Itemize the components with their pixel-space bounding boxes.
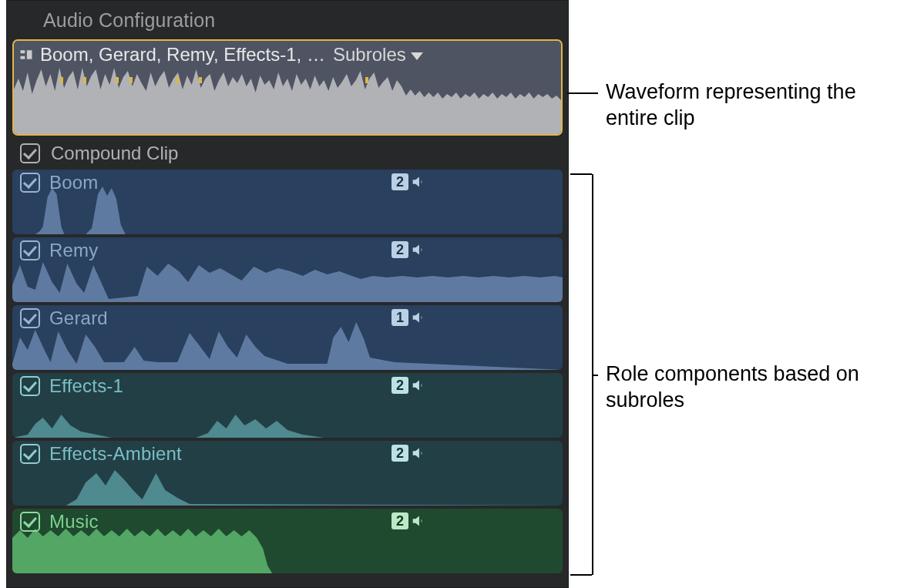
speaker-icon xyxy=(410,512,427,529)
role-component[interactable]: Effects-1 2 xyxy=(12,373,563,438)
audio-config-panel: Audio Configuration Boom, Gerard, Remy, … xyxy=(6,0,569,588)
component-checkbox[interactable] xyxy=(20,512,40,532)
component-name: Gerard xyxy=(49,307,108,329)
component-checkbox[interactable] xyxy=(20,308,40,328)
compound-clip-label: Compound Clip xyxy=(51,143,178,164)
role-component[interactable]: Effects-Ambient 2 xyxy=(12,441,563,506)
channel-indicator[interactable]: 2 xyxy=(392,445,427,462)
speaker-icon xyxy=(410,173,427,190)
panel-title: Audio Configuration xyxy=(6,0,569,39)
channel-count: 2 xyxy=(392,445,408,462)
channel-indicator[interactable]: 2 xyxy=(392,241,427,258)
channel-indicator[interactable]: 2 xyxy=(392,377,427,394)
component-name: Effects-Ambient xyxy=(49,443,182,465)
callout-connector xyxy=(567,92,598,94)
chevron-down-icon xyxy=(411,52,423,60)
speaker-icon xyxy=(410,445,427,462)
channel-indicator[interactable]: 1 xyxy=(392,309,427,326)
clip-row-selected[interactable]: Boom, Gerard, Remy, Effects-1, Effec… Su… xyxy=(12,39,563,136)
callout-top: Waveform representing the entire clip xyxy=(606,79,883,131)
clip-waveform xyxy=(14,63,561,134)
view-mode-dropdown[interactable]: Subroles xyxy=(333,44,423,66)
component-name: Music xyxy=(49,511,99,533)
channel-indicator[interactable]: 2 xyxy=(392,173,427,190)
component-checkbox[interactable] xyxy=(20,173,40,193)
role-component[interactable]: Remy 2 xyxy=(12,237,563,302)
role-component[interactable]: Music 2 xyxy=(12,509,563,573)
callout-bracket-top xyxy=(570,173,592,175)
callout-bottom: Role components based on subroles xyxy=(606,361,883,413)
speaker-icon xyxy=(410,377,427,394)
callout-bracket-tick xyxy=(592,375,598,376)
channel-indicator[interactable]: 2 xyxy=(392,512,427,529)
speaker-icon xyxy=(410,241,427,258)
callout-bracket-bottom xyxy=(570,574,592,576)
component-checkbox[interactable] xyxy=(20,240,40,260)
compound-clip-checkbox[interactable] xyxy=(20,143,40,163)
role-component[interactable]: Gerard 1 xyxy=(12,305,563,370)
role-component-list: Boom 2 Remy 2 xyxy=(12,170,563,573)
compound-clip-icon xyxy=(18,47,34,62)
role-component[interactable]: Boom 2 xyxy=(12,170,563,234)
component-name: Effects-1 xyxy=(49,375,123,397)
channel-count: 2 xyxy=(392,377,408,394)
component-checkbox[interactable] xyxy=(20,376,40,396)
channel-count: 2 xyxy=(392,173,408,190)
channel-count: 2 xyxy=(392,241,408,258)
clip-name: Boom, Gerard, Remy, Effects-1, Effec… xyxy=(40,44,327,66)
view-mode-label: Subroles xyxy=(333,44,406,66)
component-name: Remy xyxy=(49,240,98,261)
compound-clip-row: Compound Clip xyxy=(6,140,569,166)
channel-count: 2 xyxy=(392,512,408,529)
component-name: Boom xyxy=(49,172,99,193)
speaker-icon xyxy=(410,309,427,326)
component-checkbox[interactable] xyxy=(20,444,40,464)
channel-count: 1 xyxy=(392,309,408,326)
